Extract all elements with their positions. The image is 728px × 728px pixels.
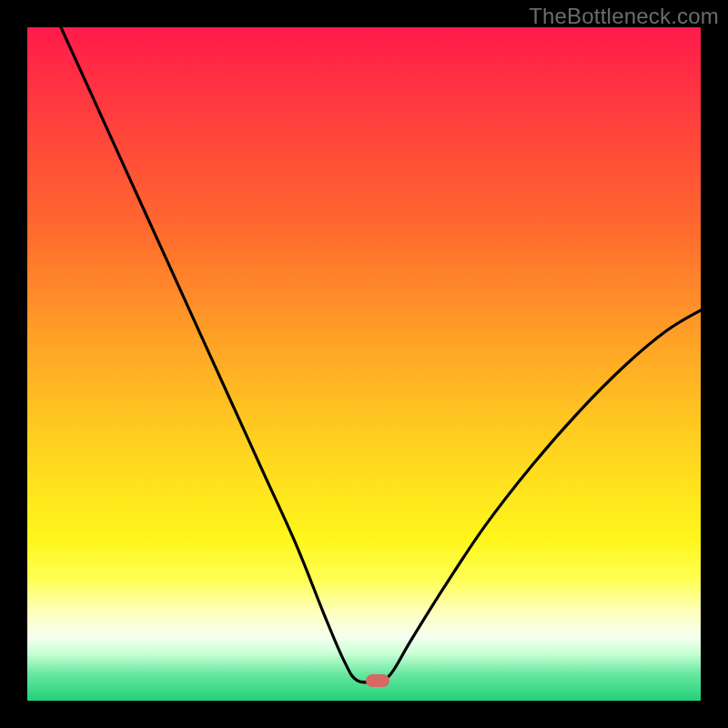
watermark-text: TheBottleneck.com bbox=[529, 4, 719, 29]
plot-svg bbox=[27, 27, 701, 701]
background-gradient bbox=[27, 27, 701, 701]
chart-frame: TheBottleneck.com bbox=[0, 0, 728, 728]
plot-area bbox=[27, 27, 701, 701]
bottleneck-marker bbox=[366, 674, 389, 687]
